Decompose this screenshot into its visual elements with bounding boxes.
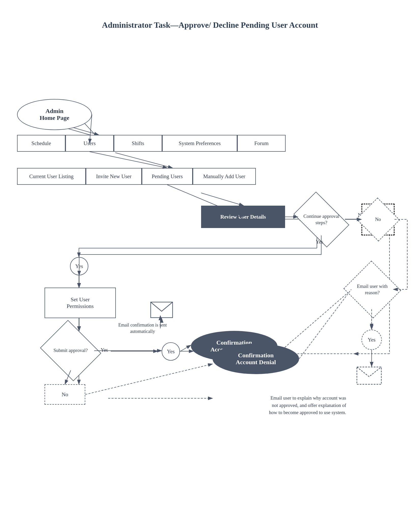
submit-approval-diamond: Submit approval? <box>47 331 94 370</box>
subnav-current-user: Current User Listing <box>17 168 86 185</box>
svg-line-4 <box>115 153 173 168</box>
diagram-container: Administrator Task—Approve/ Decline Pend… <box>0 0 420 509</box>
envelope-icon-deny <box>356 366 382 385</box>
review-user-details: Review User Details <box>201 206 285 228</box>
subnav-pending-users: Pending Users <box>142 168 193 185</box>
email-note: Email user to explain why account was no… <box>150 394 346 416</box>
yes-label-continue: Yes <box>312 238 327 246</box>
email-auto-label: Email confirmation is sent automatically <box>115 321 171 336</box>
nav-system-prefs: System Preferences <box>162 135 237 152</box>
nav-users: Users <box>65 135 114 152</box>
yes-label-submit: Yes <box>97 346 112 354</box>
admin-home-oval: Admin Home Page <box>17 99 92 130</box>
yes-dashed-circle: Yes <box>361 330 382 350</box>
set-permissions: Set User Permissions <box>45 288 116 318</box>
page-title: Administrator Task—Approve/ Decline Pend… <box>102 20 318 30</box>
nav-forum: Forum <box>237 135 286 152</box>
yes-circle-2: Yes <box>162 342 180 361</box>
confirmation-denial: Confirmation Account Denial <box>213 344 299 374</box>
main-arrows <box>0 0 420 509</box>
continue-approval-diamond: Continue approval steps? <box>298 204 345 235</box>
nav-schedule: Schedule <box>17 135 65 152</box>
svg-rect-24 <box>151 302 173 318</box>
email-user-reason-diamond: Email user with reason? <box>351 270 393 309</box>
svg-line-5 <box>201 193 244 206</box>
subnav-manually-add: Manually Add User <box>193 168 256 185</box>
no-dashed-diamond: No <box>361 204 395 235</box>
nav-shifts: Shifts <box>114 135 162 152</box>
no-dashed-box: No <box>45 384 85 405</box>
envelope-icon-auto <box>150 302 173 318</box>
svg-line-23 <box>277 288 354 354</box>
subnav-invite-new: Invite New User <box>86 168 142 185</box>
arrows-svg <box>0 0 420 509</box>
yes-circle-1: Yes <box>70 257 88 275</box>
